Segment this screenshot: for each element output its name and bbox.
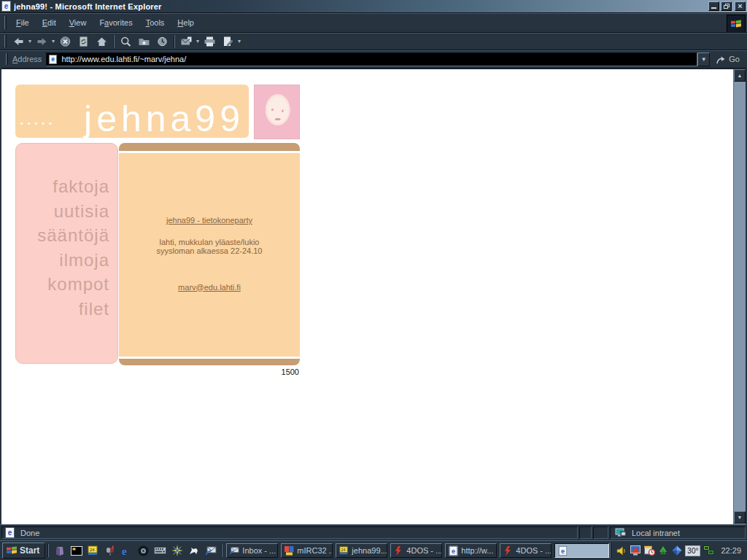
quicklaunch-outlook-icon[interactable] <box>204 545 217 557</box>
sidebar-item-saantoja[interactable]: sääntöjä <box>37 223 109 248</box>
address-input[interactable]: e http://www.edu.lahti.fi/~marv/jehna/ <box>46 52 697 66</box>
content-body: jehna99 - tietokoneparty lahti, mukkulan… <box>119 153 300 357</box>
network-icon[interactable] <box>703 545 714 556</box>
system-tray: 30° 22:29 <box>611 542 745 559</box>
print-button[interactable] <box>201 34 219 50</box>
forward-dropdown[interactable]: ▾ <box>52 38 55 44</box>
back-dropdown[interactable]: ▾ <box>28 38 31 44</box>
quicklaunch-horse-icon[interactable] <box>187 545 200 557</box>
refresh-button[interactable] <box>74 34 93 50</box>
forward-icon <box>36 36 48 47</box>
quicklaunch-keyboard-icon[interactable] <box>154 545 166 557</box>
search-icon <box>120 36 132 47</box>
quicklaunch-media-disc-icon[interactable] <box>137 545 150 557</box>
quicklaunch-ie-icon[interactable]: e <box>120 545 133 557</box>
menu-edit[interactable]: Edit <box>36 16 63 29</box>
quicklaunch-dos-window-icon[interactable] <box>70 545 82 557</box>
svg-text:24: 24 <box>341 547 345 551</box>
content-top-bar <box>119 143 300 151</box>
party-title-link[interactable]: jehna99 - tietokoneparty <box>166 216 252 225</box>
radar-icon[interactable] <box>657 545 669 556</box>
taskbar-clock: 22:29 <box>721 546 741 555</box>
addressbar-grip[interactable] <box>6 53 8 66</box>
mail-dropdown[interactable]: ▾ <box>196 38 199 44</box>
stop-button[interactable] <box>56 34 74 50</box>
quicklaunch-mailbox-icon[interactable] <box>104 545 116 557</box>
go-button[interactable]: Go <box>710 55 744 64</box>
sidebar-item-faktoja[interactable]: faktoja <box>37 174 109 199</box>
vertical-scrollbar[interactable]: ▲ ▼ <box>733 69 746 524</box>
done-page-icon: e <box>5 527 15 538</box>
menu-view[interactable]: View <box>63 16 93 29</box>
menu-favorites[interactable]: Favorites <box>93 16 139 29</box>
close-button[interactable]: × <box>735 1 746 11</box>
menu-help[interactable]: Help <box>171 16 201 29</box>
calendar-icon: 24 <box>338 545 349 556</box>
go-label: Go <box>729 55 740 63</box>
windows-logo-icon <box>727 15 746 33</box>
address-dropdown-button[interactable]: ▼ <box>697 52 710 66</box>
sidebar-item-kompot[interactable]: kompot <box>37 272 109 297</box>
go-arrow-icon <box>716 55 726 64</box>
close-icon: × <box>735 2 745 10</box>
task-mirc[interactable]: mIRC32 ... <box>281 543 333 558</box>
quicklaunch-starburst-icon[interactable] <box>171 545 183 557</box>
task-4dos-2[interactable]: 4DOS - ... <box>500 543 551 558</box>
taskbar-separator <box>47 544 49 557</box>
restore-button[interactable] <box>721 1 732 11</box>
lightning-icon <box>503 545 513 556</box>
scroll-up-button[interactable]: ▲ <box>734 69 746 82</box>
start-button[interactable]: Start <box>2 542 45 559</box>
quicklaunch-calendar-icon[interactable]: 24 <box>87 545 99 557</box>
home-button[interactable] <box>93 34 111 50</box>
menu-file[interactable]: File <box>9 16 36 29</box>
search-button[interactable] <box>117 34 135 50</box>
toolbar-grip[interactable] <box>4 35 7 47</box>
task-http[interactable]: e http://w... <box>445 543 497 558</box>
minimize-icon <box>711 7 716 9</box>
task-scheduler-icon[interactable] <box>643 545 655 556</box>
sidebar-item-filet[interactable]: filet <box>37 297 109 322</box>
menubar-grip[interactable] <box>4 16 7 29</box>
favorites-button[interactable] <box>135 34 153 50</box>
edit-dropdown[interactable]: ▾ <box>238 38 241 44</box>
zone-label: Local intranet <box>632 529 680 537</box>
ie-page-icon: e <box>557 545 568 556</box>
history-button[interactable] <box>153 34 171 50</box>
volume-icon[interactable] <box>616 545 627 556</box>
task-jehna99[interactable]: 24 jehna99... <box>336 543 387 558</box>
task-inbox[interactable]: Inbox - ... <box>226 543 278 558</box>
sidebar-item-ilmoja[interactable]: ilmoja <box>37 248 109 273</box>
menubar: File Edit View Favorites Tools Help <box>0 12 747 32</box>
svg-text:24: 24 <box>90 548 95 552</box>
status-text: Done <box>20 529 39 537</box>
task-jehna99-ie-active[interactable]: e <box>554 543 609 558</box>
refresh-icon <box>77 36 90 47</box>
titlebar: e jehna99! - Microsoft Internet Explorer… <box>0 0 747 12</box>
favorites-icon <box>138 36 150 47</box>
display-settings-icon[interactable] <box>630 545 641 556</box>
diamond-icon[interactable] <box>671 545 683 556</box>
temperature-tray[interactable]: 30° <box>685 545 700 556</box>
header-dots: ..... <box>19 106 55 130</box>
minimize-button[interactable] <box>708 1 719 11</box>
sidebar-item-uutisia[interactable]: uutisia <box>37 199 109 224</box>
address-label: Address <box>12 55 42 63</box>
stop-icon <box>59 36 71 47</box>
status-pane-empty <box>579 526 592 539</box>
forward-button[interactable] <box>33 34 51 50</box>
window-title: jehna99! - Microsoft Internet Explorer <box>14 2 707 11</box>
ie-page-icon: e <box>49 55 57 64</box>
mail-button[interactable] <box>177 34 196 50</box>
quicklaunch-desktop-icon[interactable] <box>53 545 66 557</box>
email-link[interactable]: marv@edu.lahti.fi <box>178 283 241 292</box>
sidebar: faktoja uutisia sääntöjä ilmoja kompot f… <box>15 143 118 364</box>
browser-window: e jehna99! - Microsoft Internet Explorer… <box>0 0 747 560</box>
baby-photo <box>254 85 300 139</box>
task-4dos-1[interactable]: 4DOS - ... <box>390 543 442 558</box>
mail-icon <box>180 36 193 47</box>
scroll-down-button[interactable]: ▼ <box>734 511 746 524</box>
menu-tools[interactable]: Tools <box>139 16 171 29</box>
edit-button[interactable] <box>219 34 237 50</box>
back-button[interactable] <box>9 34 28 50</box>
